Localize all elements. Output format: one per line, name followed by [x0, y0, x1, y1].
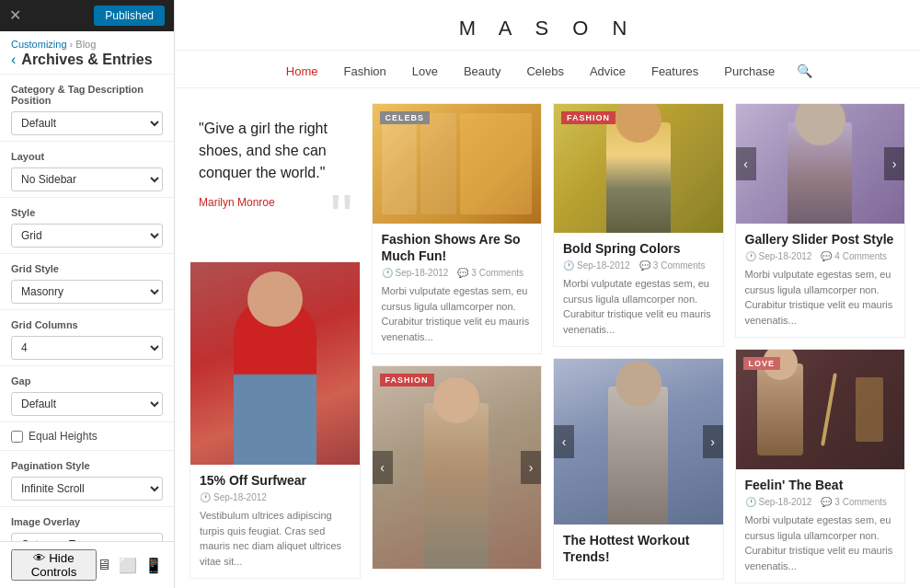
post-badge: FASHION — [561, 111, 615, 124]
post-image: FASHION — [554, 104, 723, 233]
close-button[interactable]: ✕ — [9, 8, 21, 23]
post-meta: 🕐 Sep-18-2012 💬 4 Comments — [745, 251, 896, 261]
post-image-wrap — [190, 262, 360, 465]
slider-prev-button[interactable]: ‹ — [373, 451, 393, 484]
nav-purchase[interactable]: Purchase — [711, 61, 788, 82]
breadcrumb-child: Blog — [75, 39, 96, 50]
site-logo: M A S O N — [175, 17, 920, 40]
setting-label: Grid Style — [11, 263, 163, 274]
category-tag-position-select[interactable]: Default — [11, 111, 163, 135]
post-title: 15% Off Surfwear — [200, 472, 351, 489]
device-icons: 🖥 ⬜ 📱 — [97, 557, 163, 574]
setting-label: Category & Tag Description Position — [11, 84, 163, 106]
tablet-icon[interactable]: ⬜ — [119, 557, 137, 574]
setting-label: Gap — [11, 375, 163, 386]
equal-heights-row: Equal Heights — [0, 422, 174, 451]
comment-icon: 💬 — [639, 260, 650, 271]
post-date: 🕐 Sep-18-2012 — [200, 492, 267, 502]
hide-controls-button[interactable]: 👁 Hide Controls — [11, 549, 97, 581]
clock-icon: 🕐 — [745, 251, 756, 261]
post-image — [190, 262, 360, 465]
post-image: LOVE — [736, 350, 905, 469]
clock-icon: 🕐 — [745, 497, 756, 507]
post-image-wrap: ‹ › — [736, 104, 905, 224]
post-spring-colors: FASHION Bold Spring Colors 🕐 Sep-18-2012… — [553, 103, 724, 347]
post-date: 🕐 Sep-18-2012 — [745, 251, 812, 261]
setting-grid-style: Grid Style Masonry — [0, 254, 174, 310]
comment-icon: 💬 — [821, 251, 832, 261]
nav-celebs[interactable]: Celebs — [513, 61, 576, 82]
post-comments: 💬 3 Comments — [639, 260, 706, 271]
quote-author-link[interactable]: Marilyn Monroe — [199, 196, 275, 209]
post-comments: 💬 4 Comments — [821, 251, 887, 261]
post-date: 🕐 Sep-18-2012 — [563, 260, 630, 271]
setting-label: Style — [11, 207, 163, 218]
setting-label: Pagination Style — [11, 460, 163, 471]
site-header: M A S O N — [175, 0, 920, 51]
nav-beauty[interactable]: Beauty — [451, 61, 513, 82]
layout-select[interactable]: No Sidebar — [11, 167, 163, 191]
setting-category-tag-desc-position: Category & Tag Description Position Defa… — [0, 75, 174, 142]
breadcrumb-parent-link[interactable]: Customizing — [11, 39, 67, 50]
grid-col-1: "Give a girl the right shoes, and she ca… — [190, 103, 361, 579]
nav-fashion[interactable]: Fashion — [331, 61, 399, 82]
published-button[interactable]: Published — [94, 6, 165, 26]
nav-home[interactable]: Home — [273, 61, 331, 82]
nav-love[interactable]: Love — [399, 61, 451, 82]
post-meta: 🕐 Sep-18-2012 💬 3 Comments — [382, 268, 533, 278]
slider-next-button[interactable]: › — [884, 147, 904, 180]
setting-label: Layout — [11, 151, 163, 162]
post-image: ‹ › — [736, 104, 905, 224]
pagination-style-select[interactable]: Infinite Scroll — [11, 477, 163, 501]
breadcrumb-top: Customizing › Blog — [11, 39, 163, 50]
comment-icon: 💬 — [457, 268, 468, 278]
panel-topbar: ✕ Published — [0, 0, 174, 31]
equal-heights-checkbox[interactable] — [11, 431, 23, 443]
panel-title: Archives & Entries — [21, 52, 152, 68]
post-excerpt: Vestibulum ultrices adipiscing turpis qu… — [200, 508, 351, 569]
post-body: Bold Spring Colors 🕐 Sep-18-2012 💬 3 Com… — [554, 233, 723, 346]
breadcrumb-main: ‹ Archives & Entries — [11, 52, 163, 68]
post-title: Fashion Shows Are So Much Fun! — [382, 231, 533, 264]
clock-icon: 🕐 — [563, 260, 574, 271]
post-date: 🕐 Sep-18-2012 — [382, 268, 449, 278]
grid-col-3: FASHION Bold Spring Colors 🕐 Sep-18-2012… — [553, 103, 724, 580]
slider-next-button[interactable]: › — [521, 451, 541, 484]
post-image: FASHION ‹ › — [373, 366, 542, 569]
setting-label: Grid Columns — [11, 319, 163, 330]
gap-select[interactable]: Default — [11, 392, 163, 416]
nav-features[interactable]: Features — [638, 61, 711, 82]
post-image-wrap: FASHION ‹ › — [373, 366, 542, 569]
equal-heights-label[interactable]: Equal Heights — [29, 430, 98, 443]
slider-prev-button[interactable]: ‹ — [736, 147, 756, 180]
style-select[interactable]: Grid — [11, 224, 163, 248]
post-image-wrap: LOVE — [736, 350, 905, 469]
slider-prev-button[interactable]: ‹ — [554, 425, 574, 458]
post-body: 15% Off Surfwear 🕐 Sep-18-2012 Vestibulu… — [190, 465, 360, 578]
slider-next-button[interactable]: › — [703, 425, 723, 458]
post-badge: CELEBS — [380, 111, 431, 124]
grid-columns-select[interactable]: 4 — [11, 336, 163, 360]
post-body: Feelin' The Beat 🕐 Sep-18-2012 💬 3 Comme… — [736, 469, 905, 582]
post-meta: 🕐 Sep-18-2012 💬 3 Comments — [745, 497, 896, 507]
post-gallery-slider: ‹ › Gallery Slider Post Style 🕐 Sep-18-2… — [735, 103, 906, 338]
search-icon[interactable]: 🔍 — [788, 60, 822, 82]
breadcrumb-back-link[interactable]: ‹ — [11, 52, 16, 68]
post-surfwear: 15% Off Surfwear 🕐 Sep-18-2012 Vestibulu… — [190, 261, 361, 579]
post-excerpt: Morbi vulputate egestas sem, eu cursus l… — [563, 276, 714, 337]
desktop-icon[interactable]: 🖥 — [97, 557, 111, 574]
post-date: 🕐 Sep-18-2012 — [745, 497, 812, 507]
mobile-icon[interactable]: 📱 — [144, 557, 163, 574]
quote-text: "Give a girl the right shoes, and she ca… — [199, 118, 351, 184]
grid-style-select[interactable]: Masonry — [11, 280, 163, 304]
preview-area: M A S O N Home Fashion Love Beauty Celeb… — [175, 0, 920, 588]
nav-advice[interactable]: Advice — [577, 61, 638, 82]
post-excerpt: Morbi vulputate egestas sem, eu cursus l… — [382, 283, 533, 344]
post-title: Bold Spring Colors — [563, 240, 714, 257]
setting-label: Image Overlay — [11, 516, 163, 527]
customizer-panel: ✕ Published Customizing › Blog ‹ Archive… — [0, 0, 175, 588]
post-body: Fashion Shows Are So Much Fun! 🕐 Sep-18-… — [373, 224, 542, 353]
post-excerpt: Morbi vulputate egestas sem, eu cursus l… — [745, 267, 896, 328]
panel-footer: 👁 Hide Controls 🖥 ⬜ 📱 — [0, 541, 174, 588]
grid-col-2: CELEBS Fashion Shows Are So Much Fun! 🕐 … — [372, 103, 543, 570]
